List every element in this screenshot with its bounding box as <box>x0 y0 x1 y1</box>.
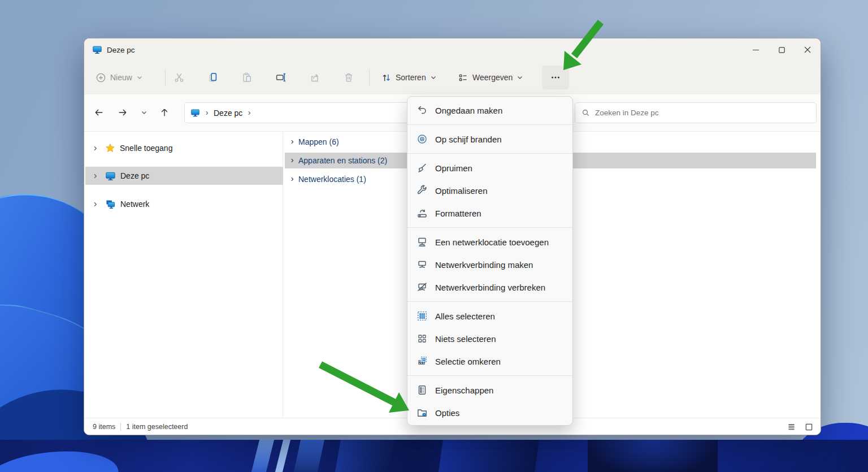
items-count: 9 items <box>93 423 115 431</box>
breadcrumb-chevron-icon <box>204 110 210 116</box>
navigation-pane: Snelle toegang Deze pc <box>84 132 283 418</box>
titlebar: Deze pc <box>84 38 821 61</box>
menu-item-options[interactable]: Opties <box>407 401 572 424</box>
select-all-icon <box>416 310 428 322</box>
forward-button[interactable] <box>112 102 133 123</box>
network-icon <box>105 199 116 210</box>
this-pc-icon <box>105 171 116 181</box>
menu-item-properties[interactable]: Eigenschappen <box>407 379 572 401</box>
network-location-icon <box>416 236 428 248</box>
share-button[interactable] <box>302 66 327 89</box>
disc-icon <box>416 133 428 145</box>
menu-separator <box>407 227 572 228</box>
window-title: Deze pc <box>107 46 135 54</box>
view-button[interactable]: Weergeven <box>453 66 528 89</box>
chevron-down-icon <box>430 74 437 81</box>
star-icon <box>105 143 115 153</box>
plus-circle-icon <box>96 72 106 83</box>
undo-icon <box>416 105 428 116</box>
sidebar-item-network[interactable]: Netwerk <box>85 195 283 213</box>
back-button[interactable] <box>89 102 109 123</box>
chevron-right-icon[interactable] <box>289 139 295 145</box>
chevron-right-icon[interactable] <box>92 201 98 207</box>
menu-item-select-none[interactable]: Niets selecteren <box>407 327 572 350</box>
see-more-menu: Ongedaan maken Op schijf branden Opruime… <box>407 96 573 426</box>
chevron-right-icon[interactable] <box>289 158 295 163</box>
menu-item-burn-to-disc[interactable]: Op schijf branden <box>407 128 572 150</box>
sort-arrows-icon <box>381 72 392 83</box>
breadcrumb-this-pc[interactable]: Deze pc <box>214 109 242 118</box>
format-drive-icon <box>416 207 428 219</box>
breadcrumb-chevron-icon <box>246 110 252 116</box>
menu-item-add-network-location[interactable]: Een netwerklocatie toevoegen <box>407 231 572 253</box>
menu-separator <box>407 301 572 302</box>
chevron-right-icon[interactable] <box>92 173 98 179</box>
search-box[interactable] <box>575 102 817 123</box>
search-input[interactable] <box>595 109 810 117</box>
network-drive-icon <box>416 259 428 270</box>
folder-options-icon <box>416 407 428 418</box>
menu-item-undo[interactable]: Ongedaan maken <box>407 99 572 122</box>
menu-separator <box>407 124 572 125</box>
cut-button[interactable] <box>167 66 192 89</box>
chevron-down-icon <box>517 74 523 81</box>
chevron-down-icon <box>136 74 143 81</box>
menu-item-disconnect-network-drive[interactable]: Netwerkverbinding verbreken <box>407 276 572 298</box>
chevron-right-icon[interactable] <box>289 176 295 182</box>
this-pc-icon <box>190 108 200 118</box>
menu-item-invert-selection[interactable]: Selectie omkeren <box>407 350 572 373</box>
menu-item-select-all[interactable]: Alles selecteren <box>407 305 572 327</box>
invert-selection-icon <box>416 356 428 367</box>
menu-separator <box>407 375 572 376</box>
command-bar: Nieuw <box>84 61 821 94</box>
minimize-button[interactable] <box>743 38 769 61</box>
up-button[interactable] <box>154 102 175 123</box>
menu-item-optimize[interactable]: Optimaliseren <box>407 179 572 202</box>
broom-icon <box>416 162 428 174</box>
chevron-right-icon[interactable] <box>92 145 98 151</box>
sidebar-item-quick-access[interactable]: Snelle toegang <box>85 139 283 157</box>
copy-button[interactable] <box>201 66 225 89</box>
menu-item-cleanup[interactable]: Opruimen <box>407 157 572 179</box>
sidebar-item-this-pc[interactable]: Deze pc <box>85 167 283 185</box>
new-button[interactable]: Nieuw <box>90 66 148 89</box>
ellipsis-icon <box>550 72 561 83</box>
network-drive-disconnect-icon <box>416 282 428 293</box>
status-divider <box>120 423 121 431</box>
menu-item-map-network-drive[interactable]: Netwerkverbinding maken <box>407 253 572 276</box>
details-view-icon[interactable] <box>787 422 796 432</box>
selected-count: 1 item geselecteerd <box>126 423 188 431</box>
properties-icon <box>416 384 428 396</box>
view-list-icon <box>458 72 468 83</box>
wallpaper-band <box>0 440 868 472</box>
close-button[interactable] <box>795 38 821 61</box>
this-pc-icon <box>92 45 102 55</box>
maximize-button[interactable] <box>769 38 795 61</box>
delete-button[interactable] <box>336 66 361 89</box>
large-icons-view-icon[interactable] <box>804 422 814 432</box>
recent-locations-button[interactable] <box>134 102 154 123</box>
rename-button[interactable] <box>268 66 293 89</box>
see-more-button[interactable] <box>542 66 569 89</box>
select-none-icon <box>416 333 428 344</box>
menu-item-format[interactable]: Formatteren <box>407 202 572 224</box>
search-icon <box>581 109 590 117</box>
menu-separator <box>407 153 572 154</box>
desktop: Deze pc Nieuw <box>0 0 868 472</box>
paste-button[interactable] <box>235 66 259 89</box>
sort-button[interactable]: Sorteren <box>376 66 442 89</box>
wrench-icon <box>416 185 428 196</box>
